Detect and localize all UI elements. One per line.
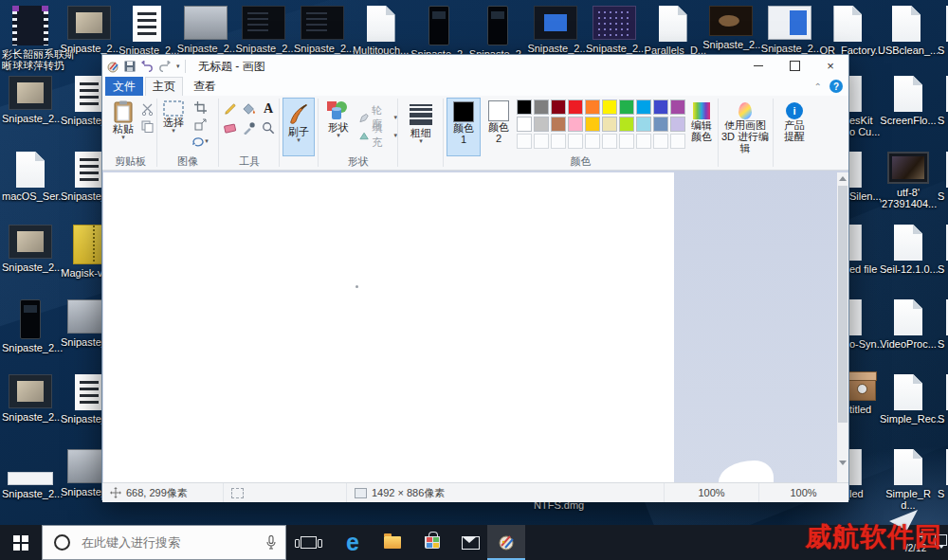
desktop-icon[interactable]: USBclean_... bbox=[878, 6, 935, 56]
palette-swatch[interactable] bbox=[653, 99, 668, 115]
desktop-icon[interactable]: Snipaste_2... bbox=[527, 6, 584, 54]
shapes-button[interactable]: 形状▾ bbox=[321, 98, 356, 154]
palette-swatch[interactable] bbox=[619, 99, 634, 115]
qat-dropdown-icon[interactable]: ▾ bbox=[176, 63, 180, 69]
desktop-icon[interactable]: ed file bbox=[848, 225, 891, 275]
desktop-icon[interactable]: Snipaste_2... bbox=[2, 225, 59, 273]
palette-swatch[interactable] bbox=[636, 117, 651, 132]
palette-swatch-empty[interactable] bbox=[568, 134, 583, 149]
desktop-icon[interactable]: S bbox=[933, 76, 948, 126]
taskbar-search[interactable] bbox=[42, 525, 286, 560]
desktop-icon[interactable]: Snipaste_2... bbox=[410, 6, 467, 60]
palette-swatch[interactable] bbox=[670, 117, 685, 132]
copy-button[interactable] bbox=[138, 118, 155, 134]
palette-swatch[interactable] bbox=[517, 99, 532, 115]
close-button[interactable]: × bbox=[812, 55, 848, 77]
desktop-icon[interactable]: S bbox=[933, 6, 948, 56]
undo-icon[interactable] bbox=[140, 61, 154, 72]
desktop-icon[interactable]: S bbox=[933, 449, 948, 499]
fill-tool[interactable] bbox=[241, 101, 258, 117]
scroll-up-arrow[interactable] bbox=[837, 172, 848, 185]
palette-swatch[interactable] bbox=[619, 117, 634, 132]
redo-icon[interactable] bbox=[158, 61, 172, 72]
magnifier-tool[interactable] bbox=[260, 120, 277, 135]
tab-home[interactable]: 主页 bbox=[145, 77, 183, 96]
minimize-button[interactable] bbox=[740, 55, 776, 77]
text-tool[interactable]: A bbox=[260, 101, 277, 117]
desktop-icon[interactable]: Snipaste_2... bbox=[586, 6, 643, 54]
color-picker-tool[interactable] bbox=[241, 120, 258, 135]
brush-button[interactable]: 刷子▾ bbox=[283, 98, 315, 156]
edge-button[interactable]: e bbox=[334, 525, 372, 560]
desktop-icon[interactable]: Snipaste_2... bbox=[61, 6, 118, 54]
crop-button[interactable] bbox=[191, 99, 209, 115]
palette-swatch[interactable] bbox=[670, 99, 685, 115]
palette-swatch[interactable] bbox=[534, 99, 549, 115]
desktop-icon[interactable]: titled bbox=[848, 374, 891, 415]
desktop-icon[interactable]: 彩长韶丽系联斯晰球球萍转扔 bbox=[2, 6, 59, 71]
rotate-button[interactable]: ▾ bbox=[191, 134, 209, 149]
vertical-scrollbar[interactable] bbox=[837, 172, 848, 482]
store-button[interactable] bbox=[413, 525, 451, 560]
palette-swatch[interactable] bbox=[517, 117, 532, 132]
maximize-button[interactable] bbox=[776, 55, 812, 77]
palette-swatch-empty[interactable] bbox=[670, 134, 685, 149]
desktop-icon[interactable]: Snipaste_2... bbox=[118, 6, 175, 56]
desktop-icon[interactable]: S bbox=[933, 299, 948, 350]
palette-swatch[interactable] bbox=[585, 117, 600, 132]
title-bar[interactable]: ▾ 无标题 - 画图 × bbox=[102, 55, 848, 77]
palette-swatch-empty[interactable] bbox=[517, 134, 532, 149]
palette-swatch-empty[interactable] bbox=[636, 134, 651, 149]
color1-button[interactable]: 颜色 1 bbox=[447, 98, 481, 156]
eraser-tool[interactable] bbox=[222, 120, 239, 135]
desktop-icon[interactable]: QR_Factory... bbox=[819, 6, 876, 56]
help-icon[interactable]: ? bbox=[830, 80, 843, 93]
desktop-icon[interactable]: Silen... bbox=[848, 152, 891, 202]
palette-swatch[interactable] bbox=[636, 99, 651, 115]
palette-swatch-empty[interactable] bbox=[653, 134, 668, 149]
desktop-icon[interactable]: Snipaste_2... bbox=[294, 6, 351, 54]
file-explorer-button[interactable] bbox=[374, 525, 411, 560]
search-input[interactable] bbox=[80, 534, 266, 551]
desktop-icon[interactable]: Snipaste_2... bbox=[2, 299, 59, 353]
desktop-icon[interactable]: esKito Cu... bbox=[848, 76, 891, 137]
desktop-icon[interactable]: Snipaste_2... bbox=[2, 374, 59, 423]
desktop-icon[interactable]: Parallels_D... bbox=[645, 6, 702, 56]
scroll-down-arrow[interactable] bbox=[837, 457, 848, 469]
palette-swatch[interactable] bbox=[568, 99, 583, 115]
desktop-icon[interactable]: Multitouch... bbox=[353, 6, 410, 56]
desktop-icon[interactable]: Snipaste_2... bbox=[702, 6, 759, 50]
desktop-icon[interactable]: Snipaste_2... bbox=[2, 76, 59, 124]
desktop-icon[interactable]: S bbox=[933, 152, 948, 202]
size-button[interactable]: 粗细▾ bbox=[405, 99, 437, 154]
palette-swatch[interactable] bbox=[602, 117, 617, 132]
desktop-icon[interactable]: Snipaste_2... bbox=[761, 6, 818, 54]
color2-button[interactable]: 颜色 2 bbox=[483, 98, 514, 156]
paste-button[interactable]: 粘贴▾ bbox=[108, 98, 138, 154]
desktop-icon[interactable]: macOS_Ser... bbox=[2, 152, 59, 202]
tab-file[interactable]: 文件 bbox=[105, 77, 143, 96]
palette-swatch-empty[interactable] bbox=[534, 134, 549, 149]
palette-swatch[interactable] bbox=[585, 99, 600, 115]
paint-taskbar-button[interactable] bbox=[487, 525, 525, 560]
fill-style-button[interactable]: 填充▾ bbox=[359, 121, 397, 150]
scrollbar-thumb[interactable] bbox=[838, 186, 848, 423]
desktop-icon[interactable]: Snipaste_2... bbox=[177, 6, 234, 54]
desktop-icon[interactable]: led bbox=[848, 449, 891, 499]
drawing-canvas[interactable] bbox=[103, 172, 674, 482]
desktop-icon[interactable]: o-Syn... bbox=[848, 299, 891, 350]
save-icon[interactable] bbox=[124, 61, 136, 72]
paint3d-button[interactable]: 使用画图 3D 进行编辑 bbox=[719, 99, 772, 158]
microphone-icon[interactable] bbox=[266, 535, 276, 550]
cut-button[interactable] bbox=[138, 101, 155, 117]
resize-button[interactable] bbox=[191, 117, 209, 132]
tab-view[interactable]: 查看 bbox=[186, 77, 224, 96]
palette-swatch[interactable] bbox=[602, 99, 617, 115]
desktop-icon[interactable]: Snipaste_2... bbox=[469, 6, 526, 60]
palette-swatch-empty[interactable] bbox=[619, 134, 634, 149]
palette-swatch[interactable] bbox=[551, 117, 566, 132]
palette-swatch[interactable] bbox=[653, 117, 668, 132]
desktop-icon[interactable]: Snipaste_2... bbox=[2, 449, 59, 499]
collapse-ribbon-icon[interactable]: ⌃ bbox=[814, 81, 822, 92]
palette-swatch[interactable] bbox=[568, 117, 583, 132]
